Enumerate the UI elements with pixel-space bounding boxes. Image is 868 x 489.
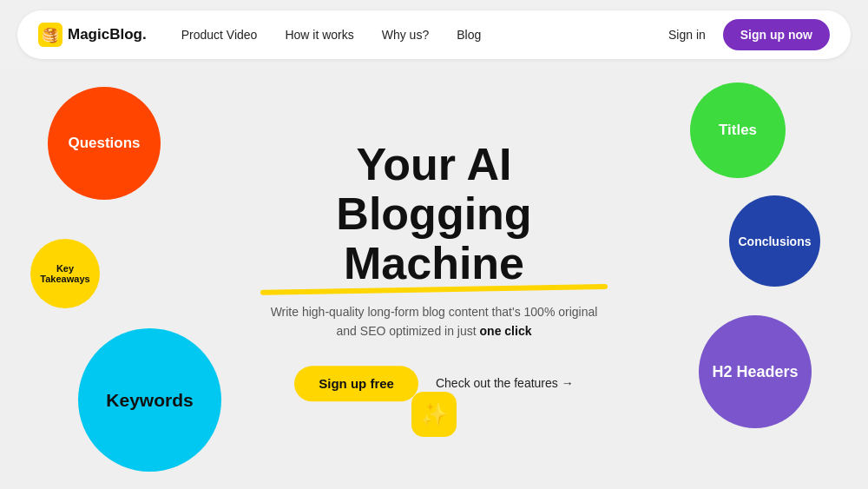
logo-text: MagicBlog. <box>68 26 147 43</box>
hero-title-line2: Blogging Machine <box>260 189 608 288</box>
bubble-keywords: Keywords <box>78 328 221 472</box>
main-area: Questions Key Takeaways Keywords Titles … <box>0 69 868 489</box>
logo[interactable]: 🥞 MagicBlog. <box>38 23 147 47</box>
nav-blog[interactable]: Blog <box>457 28 481 42</box>
signup-free-button[interactable]: Sign up free <box>294 366 418 401</box>
nav-why-us[interactable]: Why us? <box>382 28 429 42</box>
sign-in-link[interactable]: Sign in <box>668 28 706 42</box>
navbar: 🥞 MagicBlog. Product Video How it works … <box>17 10 851 59</box>
wand-icon: ✨ <box>411 392 457 437</box>
hero-subtitle: Write high-quality long-form blog conten… <box>260 302 608 341</box>
sign-up-button[interactable]: Sign up now <box>723 19 830 50</box>
logo-icon: 🥞 <box>38 23 62 47</box>
nav-right: Sign in Sign up now <box>668 19 830 50</box>
bubble-h2headers: H2 Headers <box>699 315 812 428</box>
hero-title: Your AI Blogging Machine <box>260 140 608 289</box>
nav-product-video[interactable]: Product Video <box>181 28 258 42</box>
bubble-keytakeaways: Key Takeaways <box>30 239 100 308</box>
nav-links: Product Video How it works Why us? Blog <box>181 28 668 42</box>
bubble-questions: Questions <box>48 87 161 200</box>
nav-how-it-works[interactable]: How it works <box>285 28 353 42</box>
check-features-link[interactable]: Check out the features → <box>436 377 574 391</box>
bubble-titles: Titles <box>690 83 786 178</box>
hero-section: Your AI Blogging Machine Write high-qual… <box>260 140 608 401</box>
bubble-conclusions: Conclusions <box>729 195 820 287</box>
